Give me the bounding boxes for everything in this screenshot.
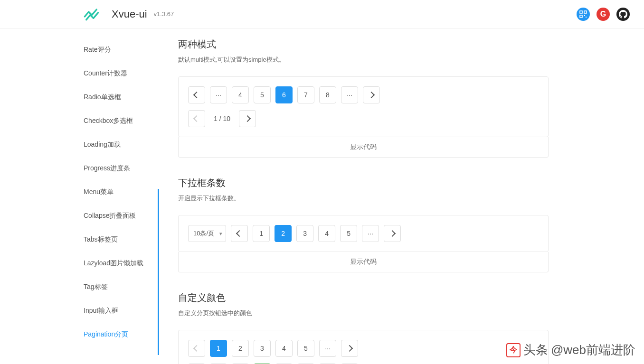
- page-button-active[interactable]: 6: [275, 86, 293, 103]
- page-button[interactable]: 1: [253, 225, 270, 242]
- sidebar-item-checkbox[interactable]: Checkbox多选框: [0, 109, 159, 133]
- github-icon[interactable]: [616, 8, 630, 21]
- next-button[interactable]: [341, 340, 358, 357]
- layout: Rate评分 Counter计数器 Radio单选框 Checkbox多选框 L…: [0, 28, 644, 364]
- chevron-left-icon: [193, 115, 200, 122]
- chevron-left-icon: [193, 92, 200, 98]
- section-desc: 开启显示下拉框条数。: [178, 194, 549, 203]
- header: Xvue-ui v1.3.67 G: [0, 0, 644, 28]
- demo-box: 10条/页 1 2 3 4 5 ···: [178, 215, 549, 252]
- section-dropdown: 下拉框条数 开启显示下拉框条数。 10条/页 1 2 3 4 5 ··· 显示代…: [178, 177, 549, 272]
- chevron-right-icon: [244, 115, 251, 122]
- sidebar-item-rate[interactable]: Rate评分: [0, 38, 159, 62]
- page-button[interactable]: 5: [254, 86, 271, 103]
- next-button[interactable]: [239, 110, 256, 127]
- page-button-active[interactable]: 2: [275, 225, 292, 242]
- brand-title: Xvue-ui: [112, 8, 147, 20]
- ellipsis-button[interactable]: ···: [341, 86, 358, 103]
- svg-rect-3: [584, 15, 585, 16]
- qr-icon[interactable]: [577, 8, 590, 21]
- chevron-left-icon: [236, 230, 243, 237]
- page-button-active[interactable]: 1: [210, 340, 227, 357]
- next-button[interactable]: [384, 225, 401, 242]
- chevron-right-icon: [389, 230, 396, 237]
- page-button[interactable]: 2: [232, 340, 249, 357]
- sidebar: Rate评分 Counter计数器 Radio单选框 Checkbox多选框 L…: [0, 28, 159, 364]
- page-button[interactable]: 8: [319, 86, 336, 103]
- sidebar-item-pagination[interactable]: Pagination分页: [0, 323, 159, 346]
- show-code-button[interactable]: 显示代码: [178, 137, 549, 158]
- page-button[interactable]: 3: [296, 225, 313, 242]
- ellipsis-button[interactable]: ···: [362, 225, 379, 242]
- sidebar-item-progress[interactable]: Progress进度条: [0, 157, 159, 180]
- sidebar-item-input[interactable]: Input输入框: [0, 299, 159, 323]
- pagination-blue: 1 2 3 4 5 ···: [188, 340, 539, 357]
- sidebar-item-menu[interactable]: Menu菜单: [0, 180, 159, 204]
- page-size-select[interactable]: 10条/页: [188, 225, 226, 242]
- header-icons: G: [577, 8, 630, 21]
- section-title: 两种模式: [178, 38, 549, 51]
- next-button[interactable]: [363, 86, 380, 103]
- gitee-icon[interactable]: G: [597, 8, 610, 21]
- section-custom-color: 自定义颜色 自定义分页按钮选中的颜色 1 2 3 4 5 ··· 1 2: [178, 291, 549, 364]
- page-button[interactable]: 5: [297, 340, 314, 357]
- chevron-left-icon: [193, 345, 200, 352]
- brand: Xvue-ui v1.3.67: [83, 7, 174, 21]
- pagination-multi: ··· 4 5 6 7 8 ···: [188, 86, 539, 103]
- demo-box: 1 2 3 4 5 ··· 1 2 3 4 5 ···: [178, 330, 549, 364]
- page-button[interactable]: 5: [340, 225, 357, 242]
- section-modes: 两种模式 默认multi模式,可以设置为simple模式。 ··· 4 5 6 …: [178, 38, 549, 158]
- page-button[interactable]: 4: [232, 86, 249, 103]
- svg-rect-0: [580, 11, 582, 13]
- sidebar-item-radio[interactable]: Radio单选框: [0, 85, 159, 109]
- section-title: 自定义颜色: [178, 291, 549, 304]
- ellipsis-button[interactable]: ···: [319, 340, 336, 357]
- page-button[interactable]: 4: [275, 340, 293, 357]
- section-title: 下拉框条数: [178, 177, 549, 189]
- show-code-button[interactable]: 显示代码: [178, 252, 549, 272]
- demo-box: ··· 4 5 6 7 8 ··· 1 / 10: [178, 76, 549, 137]
- svg-rect-2: [580, 15, 582, 18]
- sidebar-item-collapse[interactable]: Collapse折叠面板: [0, 204, 159, 228]
- sidebar-item-tag[interactable]: Tag标签: [0, 275, 159, 299]
- svg-rect-4: [586, 17, 587, 18]
- page-button[interactable]: 7: [297, 86, 314, 103]
- ellipsis-button[interactable]: ···: [210, 86, 227, 103]
- prev-button[interactable]: [188, 340, 205, 357]
- page-button[interactable]: 4: [318, 225, 335, 242]
- brand-version: v1.3.67: [154, 10, 174, 18]
- prev-button[interactable]: [231, 225, 248, 242]
- section-desc: 默认multi模式,可以设置为simple模式。: [178, 56, 549, 64]
- section-desc: 自定义分页按钮选中的颜色: [178, 309, 549, 317]
- chevron-right-icon: [346, 345, 353, 352]
- page-info: 1 / 10: [210, 115, 234, 122]
- sidebar-item-lazyload[interactable]: Lazyload图片懒加载: [0, 252, 159, 275]
- sidebar-item-tabs[interactable]: Tabs标签页: [0, 228, 159, 252]
- svg-rect-1: [584, 11, 587, 13]
- sidebar-item-loading[interactable]: Loading加载: [0, 133, 159, 157]
- pagination-simple: 1 / 10: [188, 110, 539, 127]
- sidebar-indicator: [158, 189, 159, 355]
- prev-button[interactable]: [188, 86, 205, 103]
- sidebar-item-counter[interactable]: Counter计数器: [0, 62, 159, 85]
- chevron-right-icon: [368, 92, 375, 98]
- prev-button[interactable]: [188, 110, 205, 127]
- content: 两种模式 默认multi模式,可以设置为simple模式。 ··· 4 5 6 …: [159, 28, 568, 364]
- pagination-with-select: 10条/页 1 2 3 4 5 ···: [188, 225, 539, 242]
- page-button[interactable]: 3: [254, 340, 271, 357]
- logo-icon: [83, 7, 107, 21]
